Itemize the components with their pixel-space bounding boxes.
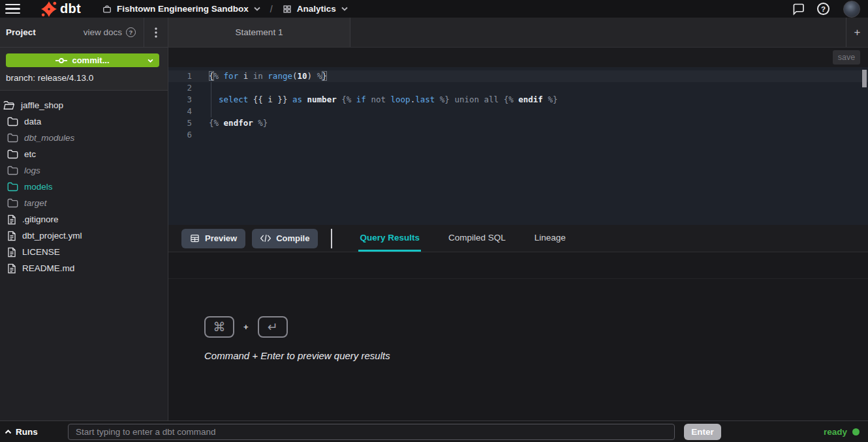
results-tabs: Query Results Compiled SQL Lineage bbox=[358, 225, 566, 252]
code-line-content: {% for i in range(10) %} bbox=[192, 70, 327, 82]
environment-switcher-label: Analytics bbox=[297, 4, 336, 14]
tab-compiled-sql[interactable]: Compiled SQL bbox=[447, 225, 507, 252]
preview-button[interactable]: Preview bbox=[181, 229, 245, 248]
line-number: 2 bbox=[168, 82, 192, 94]
tree-item-dbt-modules[interactable]: dbt_modules bbox=[0, 130, 168, 146]
file-icon bbox=[7, 247, 16, 258]
sidebar-header: Project view docs ? bbox=[0, 18, 168, 48]
tree-item-label: dbt_project.yml bbox=[22, 231, 82, 241]
folder-icon bbox=[7, 133, 18, 143]
code-editor[interactable]: 1{% for i in range(10) %}23 select {{ i … bbox=[168, 67, 868, 225]
tree-item-label: dbt_modules bbox=[24, 133, 74, 143]
tree-item-label: etc bbox=[24, 149, 36, 159]
code-line-2[interactable]: 2 bbox=[168, 82, 868, 94]
code-line-content bbox=[192, 106, 209, 117]
tree-item-data[interactable]: data bbox=[0, 113, 168, 130]
chat-icon[interactable] bbox=[792, 3, 805, 16]
environment-switcher[interactable]: Analytics bbox=[283, 4, 348, 14]
results-empty-state: ⌘ + ↵ Command + Enter to preview query r… bbox=[204, 316, 390, 361]
code-line-6[interactable]: 6 bbox=[168, 129, 868, 141]
editor-pane: Statement 1 + save 1{% for i in range(10… bbox=[168, 18, 868, 420]
tree-item--gitignore[interactable]: .gitignore bbox=[0, 211, 168, 228]
user-avatar[interactable] bbox=[843, 1, 860, 18]
tree-item-etc[interactable]: etc bbox=[0, 146, 168, 162]
top-bar: dbt Fishtown Engineering Sandbox / Analy… bbox=[0, 0, 868, 18]
tree-item-target[interactable]: target bbox=[0, 195, 168, 211]
file-sidebar: Project view docs ? commi bbox=[0, 18, 168, 420]
tree-item-jaffle-shop[interactable]: jaffle_shop bbox=[0, 97, 168, 113]
briefcase-icon bbox=[102, 5, 112, 14]
preview-button-label: Preview bbox=[205, 233, 237, 243]
line-number: 4 bbox=[168, 106, 192, 117]
divider bbox=[331, 229, 332, 248]
folder-icon bbox=[7, 149, 18, 159]
chevron-down-icon bbox=[341, 7, 348, 11]
chevron-down-icon[interactable] bbox=[147, 59, 153, 63]
line-number: 1 bbox=[168, 70, 192, 82]
code-line-4[interactable]: 4 bbox=[168, 106, 868, 117]
code-line-5[interactable]: 5{% endfor %} bbox=[168, 117, 868, 129]
file-icon bbox=[7, 214, 16, 225]
tree-item-readme-md[interactable]: README.md bbox=[0, 260, 168, 276]
new-tab-button[interactable]: + bbox=[846, 18, 868, 47]
code-line-content bbox=[192, 82, 209, 94]
dbt-wordmark: dbt bbox=[60, 1, 81, 16]
enter-key-icon: ↵ bbox=[258, 316, 288, 338]
code-line-3[interactable]: 3 select {{ i }} as number {% if not loo… bbox=[168, 94, 868, 106]
command-key-icon: ⌘ bbox=[204, 316, 234, 338]
breadcrumb-separator: / bbox=[270, 4, 273, 14]
tree-item-label: README.md bbox=[22, 263, 74, 273]
command-bar: Runs Enter ready bbox=[0, 420, 868, 442]
enter-button[interactable]: Enter bbox=[684, 424, 721, 440]
view-docs-link[interactable]: view docs ? bbox=[84, 27, 136, 37]
folder-icon bbox=[7, 117, 18, 126]
project-switcher-label: Fishtown Engineering Sandbox bbox=[117, 4, 249, 14]
code-line-content bbox=[192, 129, 209, 141]
compile-button[interactable]: Compile bbox=[252, 229, 318, 248]
commit-button[interactable]: commit... bbox=[6, 53, 159, 67]
code-line-content: {% endfor %} bbox=[192, 117, 268, 129]
code-icon bbox=[260, 234, 271, 243]
status-label: ready bbox=[824, 427, 847, 437]
kebab-menu-icon[interactable] bbox=[144, 18, 168, 48]
editor-tab-bar: Statement 1 + bbox=[168, 18, 868, 48]
tree-item-label: logs bbox=[24, 166, 40, 175]
project-switcher[interactable]: Fishtown Engineering Sandbox bbox=[102, 4, 260, 14]
folder-open-icon bbox=[3, 100, 15, 110]
tree-item-label: models bbox=[24, 182, 53, 192]
main-split: Project view docs ? commi bbox=[0, 18, 868, 420]
compile-button-label: Compile bbox=[276, 233, 309, 243]
sidebar-title: Project bbox=[6, 27, 36, 37]
tree-item-models[interactable]: models bbox=[0, 179, 168, 195]
tab-lineage[interactable]: Lineage bbox=[533, 225, 567, 252]
hamburger-menu-icon[interactable] bbox=[5, 4, 20, 14]
commit-button-label: commit... bbox=[72, 55, 109, 65]
tree-item-label: target bbox=[24, 198, 47, 208]
divider bbox=[168, 278, 868, 279]
code-lines: 1{% for i in range(10) %}23 select {{ i … bbox=[168, 70, 868, 141]
branch-label: branch: release/4.13.0 bbox=[6, 73, 168, 83]
tab-bar-spacer bbox=[350, 18, 846, 47]
folder-icon bbox=[7, 182, 18, 192]
runs-toggle[interactable]: Runs bbox=[5, 427, 68, 437]
tree-item-label: .gitignore bbox=[22, 214, 59, 224]
save-button[interactable]: save bbox=[833, 50, 860, 65]
tree-item-logs[interactable]: logs bbox=[0, 162, 168, 179]
tree-item-label: LICENSE bbox=[22, 247, 60, 257]
dbt-command-input[interactable] bbox=[68, 424, 675, 440]
tab-query-results[interactable]: Query Results bbox=[358, 225, 421, 252]
folder-icon bbox=[7, 198, 18, 208]
code-line-1[interactable]: 1{% for i in range(10) %} bbox=[168, 70, 868, 82]
tab-statement-1[interactable]: Statement 1 bbox=[168, 18, 350, 47]
status-dot bbox=[852, 428, 860, 435]
editor-scrollbar[interactable] bbox=[862, 70, 867, 87]
empty-state-caption: Command + Enter to preview query results bbox=[204, 350, 390, 361]
help-icon[interactable]: ? bbox=[817, 3, 829, 15]
results-panel: ⌘ + ↵ Command + Enter to preview query r… bbox=[168, 252, 868, 420]
folder-icon bbox=[7, 166, 18, 175]
tree-item-license[interactable]: LICENSE bbox=[0, 244, 168, 260]
line-number: 3 bbox=[168, 94, 192, 106]
tree-item-dbt-project-yml[interactable]: dbt_project.yml bbox=[0, 228, 168, 244]
runs-label: Runs bbox=[16, 427, 38, 437]
file-icon bbox=[7, 231, 16, 241]
